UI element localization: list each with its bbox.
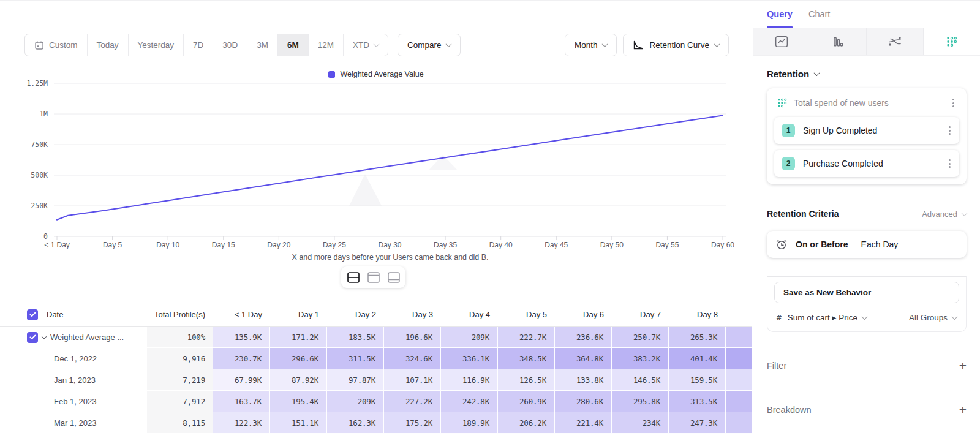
retention-value-cell[interactable]: 230.7K xyxy=(213,348,270,369)
checkbox-checked[interactable] xyxy=(27,309,38,320)
row-cohort-date[interactable]: Dec 1, 2022 xyxy=(0,348,147,369)
retention-value-cell-clipped[interactable] xyxy=(726,412,752,434)
retention-value-cell[interactable]: 209K xyxy=(441,327,498,348)
retention-value-cell[interactable]: 236.6K xyxy=(555,327,612,348)
retention-report-page: CustomTodayYesterday7D30D3M6M12MXTD Comp… xyxy=(0,0,980,438)
behavior-title: Total spend of new users xyxy=(794,98,943,108)
retention-value-cell[interactable]: 116.9K xyxy=(441,369,498,391)
advanced-dropdown[interactable]: Advanced xyxy=(922,210,967,219)
layout-split-button[interactable] xyxy=(344,269,363,285)
total-profiles-cell: 100% xyxy=(147,327,213,348)
retention-value-cell[interactable]: 227.2K xyxy=(384,391,441,412)
kebab-menu-icon[interactable] xyxy=(945,157,954,170)
tab-insights[interactable] xyxy=(753,28,810,55)
retention-value-cell[interactable]: 296.6K xyxy=(270,348,327,369)
checkbox-checked[interactable] xyxy=(27,332,38,343)
retention-chart-svg[interactable]: 1.25M1M750K500K250K0< 1 DayDay 5Day 10Da… xyxy=(0,1,752,279)
retention-value-cell[interactable]: 126.5K xyxy=(498,369,555,391)
layout-table-only-button[interactable] xyxy=(384,269,403,285)
layout-chart-only-button[interactable] xyxy=(364,269,383,285)
add-breakdown-button[interactable]: + xyxy=(959,403,967,416)
query-sidebar: Query Chart xyxy=(753,1,980,438)
tab-retention[interactable] xyxy=(924,28,980,55)
retention-value-cell[interactable]: 97.87K xyxy=(327,369,384,391)
retention-value-cell[interactable]: 348.5K xyxy=(498,348,555,369)
criteria-condition[interactable]: On or Before xyxy=(796,240,848,249)
retention-value-cell[interactable]: 122.3K xyxy=(213,412,270,434)
save-behavior-button[interactable]: Save as New Behavior xyxy=(774,282,959,303)
retention-value-cell[interactable]: 234K xyxy=(612,412,669,434)
retention-value-cell[interactable]: 247.3K xyxy=(669,412,726,434)
retention-value-cell[interactable]: 195.4K xyxy=(270,391,327,412)
retention-value-cell[interactable]: 313.5K xyxy=(669,391,726,412)
tab-funnels[interactable] xyxy=(810,28,867,55)
row-cohort-date[interactable]: Mar 1, 2023 xyxy=(0,412,147,434)
row-label: Weighted Average ... xyxy=(50,333,124,342)
add-filter-button[interactable]: + xyxy=(959,359,967,372)
retention-value-cell[interactable]: 146.5K xyxy=(612,369,669,391)
query-type-selector[interactable]: Retention xyxy=(767,69,967,79)
retention-value-cell[interactable]: 171.2K xyxy=(270,327,327,348)
chevron-down-icon[interactable] xyxy=(42,334,47,339)
retention-value-cell[interactable]: 107.1K xyxy=(384,369,441,391)
retention-value-cell[interactable]: 383.2K xyxy=(612,348,669,369)
row-weighted-average[interactable]: Weighted Average ... xyxy=(0,327,147,348)
retention-value-cell[interactable]: 162.3K xyxy=(327,412,384,434)
retention-value-cell[interactable]: 209K xyxy=(327,391,384,412)
criteria-card[interactable]: On or Before Each Day xyxy=(767,231,967,258)
table-row: Weighted Average ...100%135.9K171.2K183.… xyxy=(0,327,752,348)
behavior-header[interactable]: Total spend of new users xyxy=(774,96,959,111)
retention-value-cell-clipped[interactable] xyxy=(726,348,752,369)
retention-value-cell-clipped[interactable] xyxy=(726,369,752,391)
retention-value-cell[interactable]: 151.1K xyxy=(270,412,327,434)
retention-value-cell[interactable]: 67.99K xyxy=(213,369,270,391)
row-label: Feb 1, 2023 xyxy=(54,397,96,406)
retention-value-cell-clipped[interactable] xyxy=(726,391,752,412)
measurement-property-dropdown[interactable]: Sum of cart ▸ Price xyxy=(788,312,867,322)
retention-value-cell[interactable]: 250.7K xyxy=(612,327,669,348)
retention-value-cell[interactable]: 260.9K xyxy=(498,391,555,412)
retention-value-cell[interactable]: 280.6K xyxy=(555,391,612,412)
retention-value-cell[interactable]: 196.6K xyxy=(384,327,441,348)
retention-value-cell-clipped[interactable] xyxy=(726,327,752,348)
retention-value-cell[interactable]: 222.7K xyxy=(498,327,555,348)
row-cohort-date[interactable]: Jan 1, 2023 xyxy=(0,369,147,391)
retention-value-cell[interactable]: 163.7K xyxy=(213,391,270,412)
retention-value-cell[interactable]: 295.8K xyxy=(612,391,669,412)
retention-value-cell[interactable]: 401.4K xyxy=(669,348,726,369)
retention-value-cell[interactable]: 159.5K xyxy=(669,369,726,391)
kebab-menu-icon[interactable] xyxy=(949,96,958,110)
event-step-2[interactable]: 2 Purchase Completed xyxy=(774,150,959,177)
retention-value-cell[interactable]: 221.4K xyxy=(555,412,612,434)
kebab-menu-icon[interactable] xyxy=(945,124,954,137)
svg-text:500K: 500K xyxy=(31,171,48,179)
retention-value-cell[interactable]: 189.9K xyxy=(441,412,498,434)
svg-text:Day 35: Day 35 xyxy=(434,241,457,249)
retention-value-cell[interactable]: 87.92K xyxy=(270,369,327,391)
retention-value-cell[interactable]: 324.6K xyxy=(384,348,441,369)
retention-value-cell[interactable]: 206.2K xyxy=(498,412,555,434)
tab-flows[interactable] xyxy=(867,28,924,55)
group-dropdown[interactable]: All Groups xyxy=(909,313,957,322)
retention-value-cell[interactable]: 336.1K xyxy=(441,348,498,369)
event-step-1[interactable]: 1 Sign Up Completed xyxy=(774,117,959,144)
retention-value-cell[interactable]: 183.5K xyxy=(327,327,384,348)
retention-value-cell[interactable]: 265.3K xyxy=(669,327,726,348)
tab-chart[interactable]: Chart xyxy=(809,1,830,28)
chevron-down-icon xyxy=(962,210,968,216)
svg-text:Day 45: Day 45 xyxy=(545,241,568,249)
flows-icon xyxy=(888,36,902,47)
retention-value-cell[interactable]: 133.8K xyxy=(555,369,612,391)
total-profiles-cell: 7,219 xyxy=(147,369,213,391)
row-cohort-date[interactable]: Feb 1, 2023 xyxy=(0,391,147,412)
header-date[interactable]: Date xyxy=(0,303,147,326)
retention-value-cell[interactable]: 311.5K xyxy=(327,348,384,369)
tab-query[interactable]: Query xyxy=(767,1,793,28)
header--1-day: < 1 Day xyxy=(213,303,270,326)
retention-value-cell[interactable]: 242.8K xyxy=(441,391,498,412)
breakdown-section: Breakdown + xyxy=(767,403,967,416)
criteria-window[interactable]: Each Day xyxy=(861,240,899,249)
retention-value-cell[interactable]: 175.2K xyxy=(384,412,441,434)
retention-value-cell[interactable]: 364.8K xyxy=(555,348,612,369)
retention-value-cell[interactable]: 135.9K xyxy=(213,327,270,348)
